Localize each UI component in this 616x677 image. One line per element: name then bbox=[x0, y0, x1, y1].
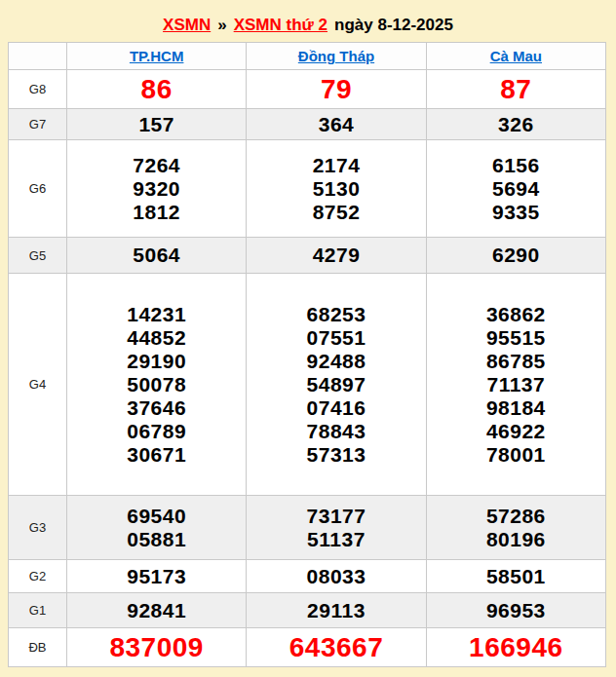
prize-value: 68253 bbox=[247, 303, 425, 326]
prize-value: 05881 bbox=[67, 528, 246, 551]
prize-value: 73177 bbox=[247, 505, 425, 528]
prize-cell: 36862 95515 86785 71137 98184 46922 7800… bbox=[426, 274, 605, 496]
prize-value: 50078 bbox=[67, 373, 246, 396]
prize-label-g2: G2 bbox=[9, 560, 67, 593]
prize-value: 07551 bbox=[247, 326, 425, 350]
header-row: TP.HCM Đồng Tháp Cà Mau bbox=[9, 43, 606, 70]
prize-value: 46922 bbox=[427, 420, 605, 443]
prize-value: 166946 bbox=[426, 628, 605, 667]
prize-cell: 68253 07551 92488 54897 07416 78843 5731… bbox=[247, 274, 426, 496]
prize-label-g7: G7 bbox=[9, 109, 67, 140]
prize-value: 29190 bbox=[67, 350, 246, 373]
tphcm-link[interactable]: TP.HCM bbox=[130, 48, 184, 64]
prize-value: 37646 bbox=[67, 396, 246, 420]
prize-value: 36862 bbox=[427, 303, 605, 326]
prize-value: 86785 bbox=[427, 350, 605, 373]
prize-cell: 73177 51137 bbox=[247, 496, 426, 560]
title-separator: » bbox=[217, 16, 226, 35]
prize-value: 2174 bbox=[247, 154, 425, 177]
prize-value: 69540 bbox=[67, 505, 246, 528]
prize-cell: 7264 9320 1812 bbox=[67, 140, 247, 238]
prize-value: 44852 bbox=[67, 326, 246, 350]
prize-value: 1812 bbox=[67, 201, 246, 224]
table-row-g1: G1 92841 29113 96953 bbox=[9, 593, 606, 628]
table-row-g6: G6 7264 9320 1812 2174 5130 8752 6156 56 bbox=[9, 140, 606, 238]
prize-value: 837009 bbox=[67, 628, 247, 667]
prize-value: 57286 bbox=[427, 505, 605, 528]
page: { "title": { "link1": "XSMN", "separator… bbox=[0, 0, 616, 677]
prize-value: 326 bbox=[426, 109, 605, 140]
results-table: TP.HCM Đồng Tháp Cà Mau G8 86 79 87 G7 1… bbox=[8, 42, 606, 667]
prize-value: 87 bbox=[426, 70, 605, 109]
prize-value: 78843 bbox=[247, 420, 425, 443]
prize-value: 364 bbox=[247, 109, 426, 140]
prize-label-db: ĐB bbox=[9, 628, 67, 667]
table-row-g7: G7 157 364 326 bbox=[9, 109, 606, 140]
prize-cell: 57286 80196 bbox=[426, 496, 605, 560]
prize-value: 4279 bbox=[247, 238, 426, 274]
column-header-tphcm: TP.HCM bbox=[67, 43, 247, 70]
table-row-db: ĐB 837009 643667 166946 bbox=[9, 628, 606, 667]
table-row-g3: G3 69540 05881 73177 51137 57286 80196 bbox=[9, 496, 606, 560]
prize-label-g5: G5 bbox=[9, 238, 67, 274]
table-row-g4: G4 14231 44852 29190 50078 37646 06789 3… bbox=[9, 274, 606, 496]
prize-value: 29113 bbox=[247, 593, 426, 628]
prize-cell: 6156 5694 9335 bbox=[426, 140, 605, 238]
prize-value: 157 bbox=[67, 109, 247, 140]
dongthap-link[interactable]: Đồng Tháp bbox=[298, 48, 374, 64]
xsmn-weekday-link[interactable]: XSMN thứ 2 bbox=[234, 16, 327, 35]
prize-value: 8752 bbox=[247, 201, 425, 224]
page-title: XSMN » XSMN thứ 2 ngày 8-12-2025 bbox=[0, 0, 616, 42]
prize-value: 5130 bbox=[247, 177, 425, 201]
prize-value: 58501 bbox=[426, 560, 605, 593]
prize-value: 95173 bbox=[67, 560, 247, 593]
prize-value: 06789 bbox=[67, 420, 246, 443]
prize-cell: 69540 05881 bbox=[67, 496, 247, 560]
table-row-g2: G2 95173 08033 58501 bbox=[9, 560, 606, 593]
column-header-camau: Cà Mau bbox=[426, 43, 605, 70]
prize-value: 78001 bbox=[427, 443, 605, 467]
prize-label-g4: G4 bbox=[9, 274, 67, 496]
prize-label-g3: G3 bbox=[9, 496, 67, 560]
prize-value: 79 bbox=[247, 70, 426, 109]
prize-value: 14231 bbox=[67, 303, 246, 326]
prize-value: 6156 bbox=[427, 154, 605, 177]
prize-column-header bbox=[9, 43, 67, 70]
prize-value: 71137 bbox=[427, 373, 605, 396]
table-row-g5: G5 5064 4279 6290 bbox=[9, 238, 606, 274]
prize-label-g8: G8 bbox=[9, 70, 67, 109]
prize-value: 98184 bbox=[427, 396, 605, 420]
prize-value: 9335 bbox=[427, 201, 605, 224]
prize-value: 51137 bbox=[247, 528, 425, 551]
prize-value: 7264 bbox=[67, 154, 246, 177]
prize-label-g1: G1 bbox=[9, 593, 67, 628]
prize-value: 5694 bbox=[427, 177, 605, 201]
prize-value: 5064 bbox=[67, 238, 247, 274]
title-date: ngày 8-12-2025 bbox=[334, 16, 453, 35]
prize-value: 92841 bbox=[67, 593, 247, 628]
prize-value: 643667 bbox=[247, 628, 426, 667]
prize-value: 92488 bbox=[247, 350, 425, 373]
prize-value: 08033 bbox=[247, 560, 426, 593]
prize-cell: 2174 5130 8752 bbox=[247, 140, 426, 238]
prize-value: 95515 bbox=[427, 326, 605, 350]
prize-value: 96953 bbox=[426, 593, 605, 628]
prize-value: 6290 bbox=[426, 238, 605, 274]
prize-value: 9320 bbox=[67, 177, 246, 201]
prize-value: 80196 bbox=[427, 528, 605, 551]
prize-value: 86 bbox=[67, 70, 247, 109]
prize-cell: 14231 44852 29190 50078 37646 06789 3067… bbox=[67, 274, 247, 496]
prize-value: 54897 bbox=[247, 373, 425, 396]
prize-value: 57313 bbox=[247, 443, 425, 467]
xsmn-link[interactable]: XSMN bbox=[163, 16, 211, 35]
camau-link[interactable]: Cà Mau bbox=[490, 48, 542, 64]
column-header-dongthap: Đồng Tháp bbox=[247, 43, 426, 70]
table-row-g8: G8 86 79 87 bbox=[9, 70, 606, 109]
prize-value: 07416 bbox=[247, 396, 425, 420]
prize-value: 30671 bbox=[67, 443, 246, 467]
prize-label-g6: G6 bbox=[9, 140, 67, 238]
